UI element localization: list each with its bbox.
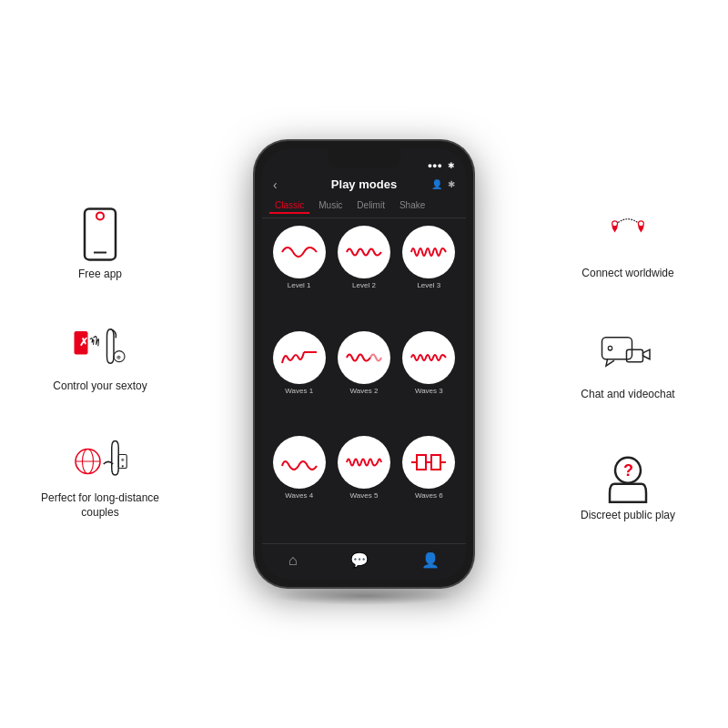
tab-delimit[interactable]: Delimit (351, 198, 390, 214)
bottom-nav: ⌂ 💬 👤 (262, 543, 466, 580)
mode-waves4-circle (273, 436, 326, 489)
signal-icon: ●●● (428, 161, 442, 170)
home-nav-icon[interactable]: ⌂ (288, 552, 298, 569)
mode-waves2[interactable]: Waves 2 (334, 331, 393, 431)
screen: ●●● ✱ ‹ Play modes 👤 ✱ Classic Music Del… (262, 148, 466, 580)
bluetooth-toy-icon: ✗ ⎈ (73, 318, 127, 373)
mode-waves2-label: Waves 2 (350, 387, 379, 395)
svg-rect-17 (431, 455, 440, 470)
mode-waves6[interactable]: Waves 6 (399, 436, 459, 536)
phone-shadow (273, 587, 455, 605)
mode-waves1-circle (273, 331, 326, 384)
svg-text:⎈: ⎈ (116, 352, 121, 360)
chat-nav-icon[interactable]: 💬 (350, 551, 369, 569)
mode-level3[interactable]: Level 3 (399, 226, 459, 326)
phone: ●●● ✱ ‹ Play modes 👤 ✱ Classic Music Del… (255, 141, 473, 587)
mode-waves2-circle (338, 331, 390, 384)
bluetooth-header-icon: ✱ (448, 179, 455, 189)
mode-waves4[interactable]: Waves 4 (269, 436, 329, 536)
mode-waves5-circle (338, 436, 390, 489)
tab-classic[interactable]: Classic (269, 198, 309, 214)
mode-level1-circle (273, 226, 326, 278)
svg-rect-21 (602, 338, 632, 359)
tab-shake[interactable]: Shake (394, 198, 430, 214)
phone-inner: ●●● ✱ ‹ Play modes 👤 ✱ Classic Music Del… (262, 148, 466, 580)
header-right-icons: 👤 ✱ (431, 179, 455, 189)
globe-icon: ⎈ (73, 430, 127, 485)
app-header: ‹ Play modes 👤 ✱ (262, 174, 466, 195)
chat-icon (601, 327, 655, 381)
svg-rect-24 (627, 349, 643, 362)
tabs: Classic Music Delimit Shake (262, 195, 466, 218)
features-left: Free app ✗ ⎈ Control your sextoy (27, 207, 173, 521)
svg-point-19 (612, 221, 617, 226)
svg-point-11 (122, 465, 124, 467)
feature-couples: ⎈ Perfect for long-distance couples (27, 430, 173, 521)
mode-level3-label: Level 3 (417, 281, 440, 289)
mode-waves6-label: Waves 6 (415, 491, 443, 500)
mode-waves1[interactable]: Waves 1 (269, 331, 329, 431)
control-label: Control your sextoy (53, 379, 147, 394)
mode-level3-circle (402, 226, 455, 278)
chat-label: Chat and videochat (581, 387, 674, 402)
couples-label: Perfect for long-distance couples (27, 490, 173, 521)
svg-point-23 (610, 346, 611, 347)
phone-outer: ●●● ✱ ‹ Play modes 👤 ✱ Classic Music Del… (255, 141, 473, 587)
feature-control: ✗ ⎈ Control your sextoy (27, 318, 173, 394)
svg-text:✗: ✗ (79, 336, 88, 349)
mode-waves6-circle (402, 436, 455, 489)
pin-connect-icon (601, 206, 655, 260)
mode-level2-circle (338, 226, 390, 278)
features-right: Connect worldwide Chat and videochat (555, 206, 701, 522)
phone-icon (73, 207, 127, 261)
mode-level2[interactable]: Level 2 (334, 226, 393, 326)
mode-waves1-label: Waves 1 (285, 387, 313, 395)
mode-waves4-label: Waves 4 (285, 491, 313, 500)
tab-music[interactable]: Music (313, 198, 348, 214)
connect-label: Connect worldwide (581, 266, 673, 281)
back-button[interactable]: ‹ (273, 177, 278, 192)
app-title: Play modes (331, 177, 397, 191)
feature-chat: Chat and videochat (555, 327, 701, 402)
profile-nav-icon[interactable]: 👤 (421, 551, 440, 569)
notch (328, 148, 400, 168)
svg-rect-15 (417, 455, 426, 470)
mode-level1-label: Level 1 (288, 281, 311, 289)
mode-waves5[interactable]: Waves 5 (334, 436, 393, 536)
mode-level2-label: Level 2 (352, 281, 376, 289)
mode-level1[interactable]: Level 1 (269, 226, 329, 326)
person-icon: ? (601, 447, 655, 501)
svg-point-20 (639, 221, 643, 226)
free-app-label: Free app (78, 267, 122, 282)
feature-discreet: ? Discreet public play (555, 447, 701, 522)
feature-free-app: Free app (27, 207, 173, 282)
svg-point-1 (96, 212, 104, 219)
discreet-label: Discreet public play (581, 507, 675, 522)
mode-waves3[interactable]: Waves 3 (399, 331, 459, 431)
svg-text:⎈: ⎈ (121, 457, 125, 462)
mode-waves3-circle (402, 331, 455, 384)
feature-connect: Connect worldwide (555, 206, 701, 281)
modes-grid: Level 1 Level 2 (262, 218, 466, 543)
mode-waves3-label: Waves 3 (415, 387, 443, 395)
mode-waves5-label: Waves 5 (350, 491, 379, 500)
bluetooth-status-icon: ✱ (448, 161, 455, 170)
profile-icon: 👤 (431, 179, 442, 189)
svg-text:?: ? (623, 460, 633, 479)
